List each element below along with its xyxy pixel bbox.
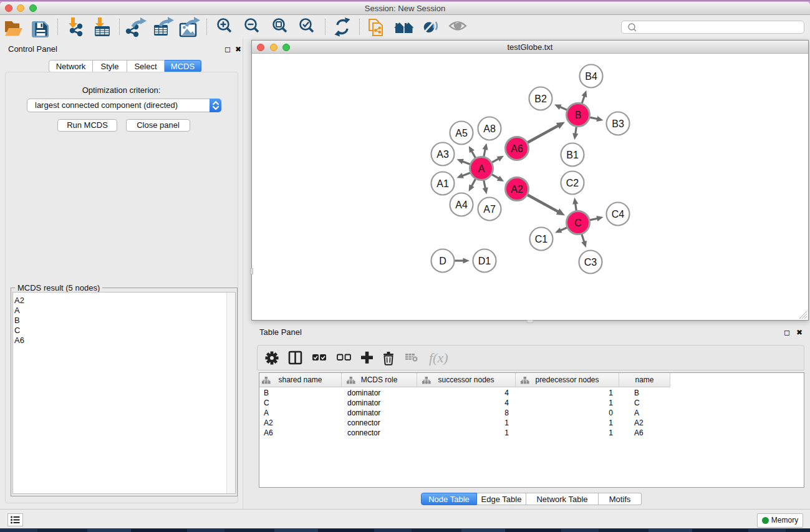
svg-text:A4: A4 xyxy=(455,200,468,210)
svg-text:D1: D1 xyxy=(478,256,491,266)
svg-text:C4: C4 xyxy=(612,209,625,220)
svg-text:B3: B3 xyxy=(612,118,624,129)
svg-text:f(x): f(x) xyxy=(429,350,448,365)
svg-text:C: C xyxy=(574,218,582,228)
svg-text:D: D xyxy=(439,256,446,266)
svg-text:A1: A1 xyxy=(436,178,449,189)
svg-text:A: A xyxy=(478,163,485,174)
svg-text:A3: A3 xyxy=(436,149,449,160)
svg-text:A6: A6 xyxy=(511,143,523,154)
svg-text:C2: C2 xyxy=(566,178,579,188)
svg-text:B1: B1 xyxy=(566,150,579,160)
svg-text:A5: A5 xyxy=(455,128,468,138)
svg-text:C3: C3 xyxy=(584,257,597,268)
svg-text:A2: A2 xyxy=(511,184,523,195)
svg-text:C1: C1 xyxy=(535,234,548,244)
svg-text:B: B xyxy=(575,110,582,120)
svg-text:A8: A8 xyxy=(483,123,496,134)
svg-text:B4: B4 xyxy=(585,71,597,82)
svg-text:B2: B2 xyxy=(534,94,547,104)
svg-text:A7: A7 xyxy=(483,204,496,215)
